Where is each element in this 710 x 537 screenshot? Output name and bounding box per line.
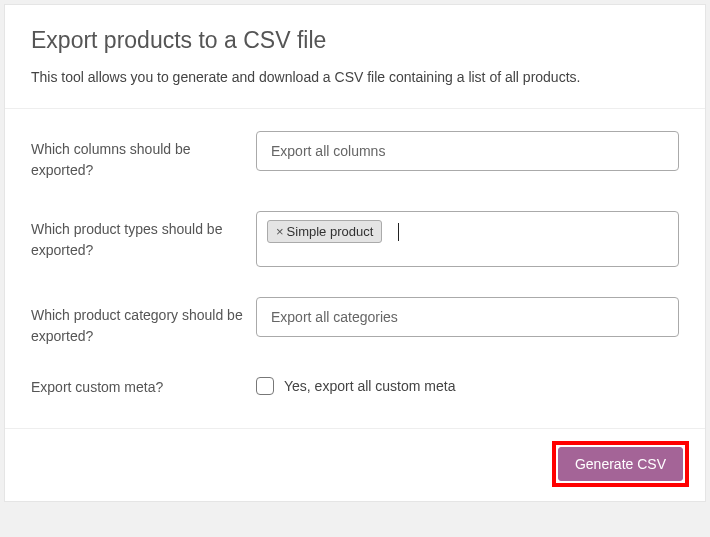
panel-header: Export products to a CSV file This tool … xyxy=(5,5,705,108)
custom-meta-checkbox-label: Yes, export all custom meta xyxy=(284,378,455,394)
page-title: Export products to a CSV file xyxy=(31,27,679,54)
row-category: Which product category should be exporte… xyxy=(31,297,679,347)
label-columns: Which columns should be exported? xyxy=(31,131,256,181)
row-product-types: Which product types should be exported? … xyxy=(31,211,679,267)
tag-label: Simple product xyxy=(287,224,374,239)
row-columns: Which columns should be exported? Export… xyxy=(31,131,679,181)
label-category: Which product category should be exporte… xyxy=(31,297,256,347)
panel-footer: Generate CSV xyxy=(5,429,705,501)
label-product-types: Which product types should be exported? xyxy=(31,211,256,261)
control-product-types: × Simple product xyxy=(256,211,679,267)
category-placeholder: Export all categories xyxy=(271,309,398,325)
text-cursor xyxy=(398,223,399,241)
close-icon[interactable]: × xyxy=(276,224,284,239)
tag-simple-product[interactable]: × Simple product xyxy=(267,220,382,243)
checkbox-row: Yes, export all custom meta xyxy=(256,377,679,395)
page-description: This tool allows you to generate and dow… xyxy=(31,68,679,88)
control-columns: Export all columns xyxy=(256,131,679,171)
columns-placeholder: Export all columns xyxy=(271,143,385,159)
label-custom-meta: Export custom meta? xyxy=(31,377,256,398)
row-custom-meta: Export custom meta? Yes, export all cust… xyxy=(31,377,679,398)
control-custom-meta: Yes, export all custom meta xyxy=(256,377,679,395)
columns-select[interactable]: Export all columns xyxy=(256,131,679,171)
form-area: Which columns should be exported? Export… xyxy=(5,109,705,428)
export-panel: Export products to a CSV file This tool … xyxy=(4,4,706,502)
custom-meta-checkbox[interactable] xyxy=(256,377,274,395)
category-select[interactable]: Export all categories xyxy=(256,297,679,337)
control-category: Export all categories xyxy=(256,297,679,337)
generate-csv-button[interactable]: Generate CSV xyxy=(558,447,683,481)
button-highlight-frame: Generate CSV xyxy=(552,441,689,487)
product-types-select[interactable]: × Simple product xyxy=(256,211,679,267)
